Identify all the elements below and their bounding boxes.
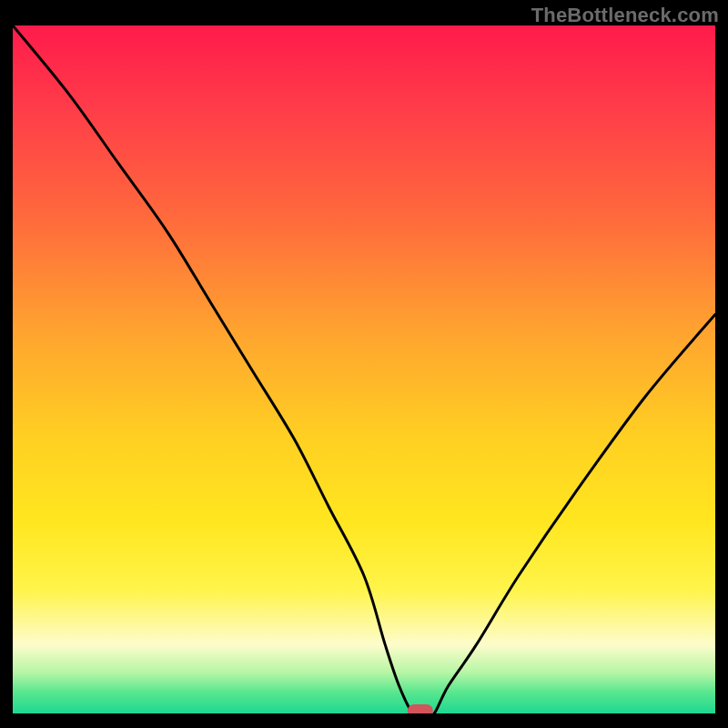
plot-area xyxy=(13,25,715,713)
chart-frame: TheBottleneck.com xyxy=(0,0,728,728)
attribution-text: TheBottleneck.com xyxy=(531,4,719,27)
curve-path xyxy=(13,25,715,713)
optimal-marker xyxy=(408,704,433,713)
bottleneck-curve xyxy=(13,25,715,713)
